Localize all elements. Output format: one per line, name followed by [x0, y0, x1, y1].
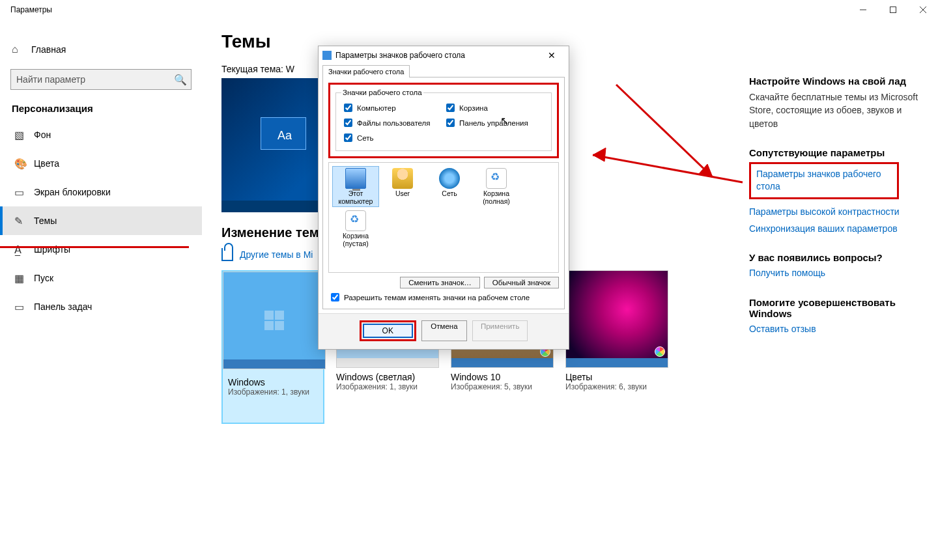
- search-icon: 🔍: [174, 74, 187, 86]
- sidebar-item-label: Пуск: [34, 273, 53, 283]
- image-icon: ▧: [14, 129, 34, 141]
- sidebar-item-label: Фон: [34, 130, 51, 140]
- dialog-tab-desktop-icons[interactable]: Значки рабочего стола: [322, 65, 410, 77]
- annotation-underline: [0, 246, 189, 248]
- window-titlebar: Параметры: [0, 0, 938, 20]
- mouse-cursor-icon: ↖: [500, 115, 509, 127]
- icon-preview-list: Этот компьютер User Сеть Корзина (полная…: [328, 162, 559, 273]
- icon-item-recycle-empty[interactable]: Корзина (пустая): [333, 209, 378, 249]
- palette-icon: 🎨: [14, 158, 34, 170]
- link-high-contrast[interactable]: Параметры высокой контрастности: [749, 206, 918, 219]
- store-themes-link[interactable]: Другие темы в Mi: [221, 248, 313, 261]
- start-icon: ▦: [14, 272, 34, 285]
- sidebar-item-label: Цвета: [34, 158, 59, 169]
- group-desktop-icons: Значки рабочего стола Компьютер Корзина …: [335, 89, 552, 151]
- current-theme-preview: Aa: [221, 78, 319, 212]
- link-get-help[interactable]: Получить помощь: [749, 267, 918, 280]
- right-heading-related: Сопутствующие параметры: [749, 147, 918, 158]
- link-feedback[interactable]: Оставить отзыв: [749, 323, 918, 336]
- checkbox-allow-themes-change-icons[interactable]: Разрешить темам изменять значки на рабоч…: [328, 291, 559, 303]
- link-desktop-icon-settings[interactable]: Параметры значков рабочего стола: [749, 162, 899, 199]
- right-heading-improve: Помогите усовершенствовать Windows: [749, 297, 918, 319]
- sidebar-item-themes[interactable]: ✎ Темы: [0, 206, 202, 235]
- sidebar: ⌂ Главная Найти параметр 🔍 Персонализаци…: [0, 20, 202, 560]
- window-minimize-button[interactable]: [848, 0, 878, 20]
- dialog-close-button[interactable]: ✕: [539, 50, 565, 61]
- sidebar-item-taskbar[interactable]: ▭ Панель задач: [0, 292, 202, 321]
- svg-rect-1: [890, 7, 896, 13]
- checkbox-network[interactable]: Сеть: [341, 132, 444, 144]
- sidebar-item-fonts[interactable]: A̲ Шрифты: [0, 235, 202, 264]
- font-icon: A̲: [14, 244, 34, 256]
- dialog-desktop-icon-settings: Параметры значков рабочего стола ✕ Значк…: [318, 46, 569, 350]
- nav-home-label: Главная: [31, 44, 66, 55]
- annotation-red-box-checkboxes: Значки рабочего стола Компьютер Корзина …: [328, 83, 559, 158]
- sidebar-item-start[interactable]: ▦ Пуск: [0, 264, 202, 292]
- theme-meta: Изображения: 5, звуки: [451, 382, 554, 391]
- home-icon: ⌂: [12, 44, 31, 55]
- right-text-customize: Скачайте бесплатные темы из Microsoft St…: [749, 91, 918, 130]
- search-input[interactable]: Найти параметр 🔍: [10, 69, 192, 90]
- theme-card[interactable]: Windows Изображения: 1, звуки: [221, 270, 324, 424]
- right-heading-questions: У вас появились вопросы?: [749, 252, 918, 263]
- sidebar-item-label: Темы: [34, 216, 57, 226]
- dialog-titlebar[interactable]: Параметры значков рабочего стола ✕: [319, 46, 569, 64]
- checkbox-user-files[interactable]: Файлы пользователя: [341, 117, 444, 129]
- group-legend: Значки рабочего стола: [341, 89, 423, 96]
- theme-name: Windows 10: [451, 372, 554, 382]
- pc-icon: [345, 168, 366, 189]
- annotation-red-box-ok: OK: [360, 320, 416, 341]
- theme-card[interactable]: Цветы Изображения: 6, звуки: [565, 270, 668, 424]
- taskbar-icon: ▭: [14, 301, 34, 313]
- icon-item-network[interactable]: Сеть: [427, 167, 472, 206]
- search-placeholder: Найти параметр: [16, 74, 174, 85]
- button-cancel[interactable]: Отмена: [421, 320, 467, 341]
- checkbox-recycle-bin[interactable]: Корзина: [444, 102, 546, 114]
- nav-home[interactable]: ⌂ Главная: [0, 35, 202, 64]
- right-heading-customize: Настройте Windows на свой лад: [749, 76, 918, 87]
- window-title: Параметры: [10, 5, 52, 14]
- sidebar-item-background[interactable]: ▧ Фон: [0, 120, 202, 149]
- button-default-icon[interactable]: Обычный значок: [484, 277, 559, 288]
- button-change-icon[interactable]: Сменить значок…: [400, 277, 480, 288]
- dialog-title: Параметры значков рабочего стола: [335, 51, 465, 60]
- right-panel: Настройте Windows на свой лад Скачайте б…: [749, 59, 918, 339]
- color-badge-icon: [655, 346, 665, 357]
- recycle-empty-icon: [345, 210, 366, 231]
- themes-icon: ✎: [14, 215, 34, 227]
- checkbox-control-panel[interactable]: Панель управления: [444, 117, 546, 129]
- window-maximize-button[interactable]: [878, 0, 908, 20]
- sidebar-item-colors[interactable]: 🎨 Цвета: [0, 149, 202, 178]
- sidebar-item-label: Экран блокировки: [34, 187, 111, 197]
- store-bag-icon: [221, 248, 233, 261]
- sidebar-item-label: Панель задач: [34, 301, 92, 312]
- icon-item-this-pc[interactable]: Этот компьютер: [333, 167, 378, 206]
- sidebar-section-title: Персонализация: [0, 99, 202, 120]
- sidebar-item-lockscreen[interactable]: ▭ Экран блокировки: [0, 178, 202, 206]
- window-close-button[interactable]: [908, 0, 938, 20]
- preview-aa: Aa: [277, 129, 292, 143]
- theme-meta: Изображения: 1, звуки: [336, 382, 439, 391]
- network-icon: [439, 168, 460, 189]
- theme-name: Windows (светлая): [336, 372, 439, 382]
- theme-meta: Изображения: 6, звуки: [565, 382, 668, 391]
- store-link-label: Другие темы в Mi: [240, 249, 313, 260]
- user-icon: [392, 168, 413, 189]
- theme-name: Windows: [228, 377, 318, 387]
- icon-item-recycle-full[interactable]: Корзина (полная): [474, 167, 519, 206]
- icon-item-user[interactable]: User: [380, 167, 425, 206]
- recycle-full-icon: [486, 168, 507, 189]
- link-sync-settings[interactable]: Синхронизация ваших параметров: [749, 223, 918, 236]
- lock-screen-icon: ▭: [14, 186, 34, 199]
- theme-name: Цветы: [565, 372, 668, 382]
- button-ok[interactable]: OK: [363, 324, 413, 338]
- button-apply[interactable]: Применить: [472, 320, 528, 341]
- dialog-app-icon: [322, 51, 332, 60]
- theme-meta: Изображения: 1, звуки: [228, 387, 318, 397]
- checkbox-computer[interactable]: Компьютер: [341, 102, 444, 114]
